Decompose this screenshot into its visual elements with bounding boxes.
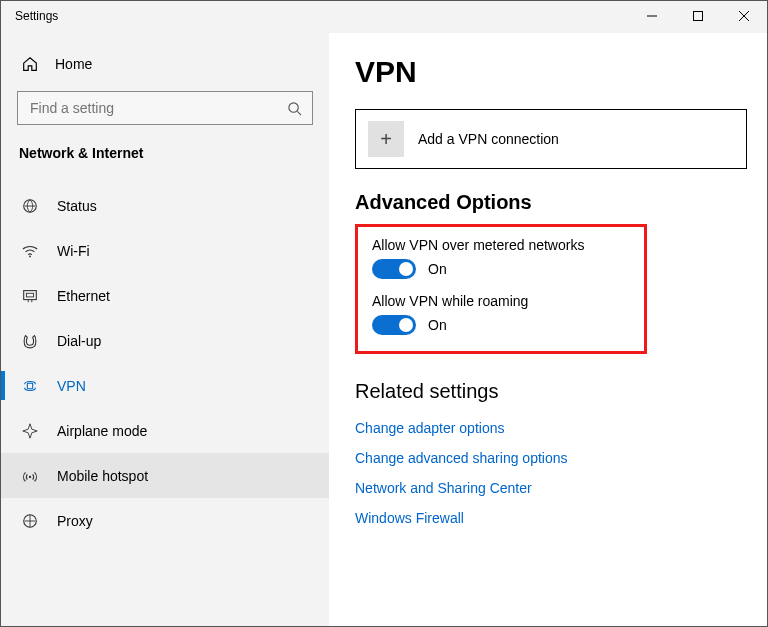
- toggle-metered[interactable]: [372, 259, 416, 279]
- add-vpn-connection[interactable]: + Add a VPN connection: [355, 109, 747, 169]
- sidebar-item-label: Proxy: [57, 513, 93, 529]
- main-content: VPN + Add a VPN connection Advanced Opti…: [329, 33, 767, 627]
- home-nav[interactable]: Home: [1, 45, 329, 83]
- sidebar-item-label: Status: [57, 198, 97, 214]
- link-windows-firewall[interactable]: Windows Firewall: [355, 503, 747, 533]
- search-box[interactable]: [17, 91, 313, 125]
- home-label: Home: [55, 56, 92, 72]
- sidebar-item-label: Mobile hotspot: [57, 468, 148, 484]
- sidebar-item-hotspot[interactable]: Mobile hotspot: [1, 453, 329, 498]
- add-vpn-label: Add a VPN connection: [418, 131, 559, 147]
- toggle-roaming[interactable]: [372, 315, 416, 335]
- vpn-icon: [21, 377, 39, 395]
- page-title: VPN: [355, 55, 747, 89]
- toggle-roaming-state: On: [428, 317, 447, 333]
- hotspot-icon: [21, 467, 39, 485]
- link-advanced-sharing[interactable]: Change advanced sharing options: [355, 443, 747, 473]
- svg-point-13: [29, 475, 31, 477]
- sidebar-item-ethernet[interactable]: Ethernet: [1, 273, 329, 318]
- link-adapter-options[interactable]: Change adapter options: [355, 413, 747, 443]
- title-bar: Settings: [1, 1, 767, 33]
- sidebar-item-wifi[interactable]: Wi-Fi: [1, 228, 329, 273]
- dialup-icon: [21, 332, 39, 350]
- minimize-button[interactable]: [629, 1, 675, 31]
- related-settings-heading: Related settings: [355, 380, 747, 403]
- plus-icon: +: [368, 121, 404, 157]
- advanced-options-heading: Advanced Options: [355, 191, 747, 214]
- sidebar-item-label: Ethernet: [57, 288, 110, 304]
- toggle-metered-state: On: [428, 261, 447, 277]
- highlight-annotation: Allow VPN over metered networks On Allow…: [355, 224, 647, 354]
- link-network-sharing-center[interactable]: Network and Sharing Center: [355, 473, 747, 503]
- window-title: Settings: [1, 1, 58, 23]
- sidebar-item-label: Wi-Fi: [57, 243, 90, 259]
- sidebar-item-status[interactable]: Status: [1, 183, 329, 228]
- close-button[interactable]: [721, 1, 767, 31]
- proxy-icon: [21, 512, 39, 530]
- svg-point-4: [289, 102, 298, 111]
- sidebar-item-label: Airplane mode: [57, 423, 147, 439]
- svg-rect-12: [27, 383, 32, 388]
- svg-point-7: [29, 255, 31, 257]
- toggle-metered-label: Allow VPN over metered networks: [372, 237, 630, 253]
- category-header: Network & Internet: [1, 139, 329, 175]
- home-icon: [21, 55, 39, 73]
- search-icon: [287, 101, 302, 116]
- toggle-roaming-label: Allow VPN while roaming: [372, 293, 630, 309]
- status-icon: [21, 197, 39, 215]
- sidebar: Home Network & Internet Status Wi-Fi: [1, 33, 329, 627]
- airplane-icon: [21, 422, 39, 440]
- window-controls: [629, 1, 767, 31]
- svg-rect-8: [24, 290, 37, 299]
- maximize-button[interactable]: [675, 1, 721, 31]
- sidebar-item-label: VPN: [57, 378, 86, 394]
- toggle-roaming-row: Allow VPN while roaming On: [372, 293, 630, 335]
- nav-list: Status Wi-Fi Ethernet Dial-up: [1, 183, 329, 543]
- ethernet-icon: [21, 287, 39, 305]
- sidebar-item-proxy[interactable]: Proxy: [1, 498, 329, 543]
- svg-line-5: [297, 111, 301, 115]
- svg-rect-9: [26, 293, 33, 297]
- search-input[interactable]: [28, 99, 287, 117]
- toggle-metered-row: Allow VPN over metered networks On: [372, 237, 630, 279]
- sidebar-item-vpn[interactable]: VPN: [1, 363, 329, 408]
- svg-rect-1: [694, 12, 703, 21]
- sidebar-item-dialup[interactable]: Dial-up: [1, 318, 329, 363]
- sidebar-item-airplane[interactable]: Airplane mode: [1, 408, 329, 453]
- sidebar-item-label: Dial-up: [57, 333, 101, 349]
- wifi-icon: [21, 242, 39, 260]
